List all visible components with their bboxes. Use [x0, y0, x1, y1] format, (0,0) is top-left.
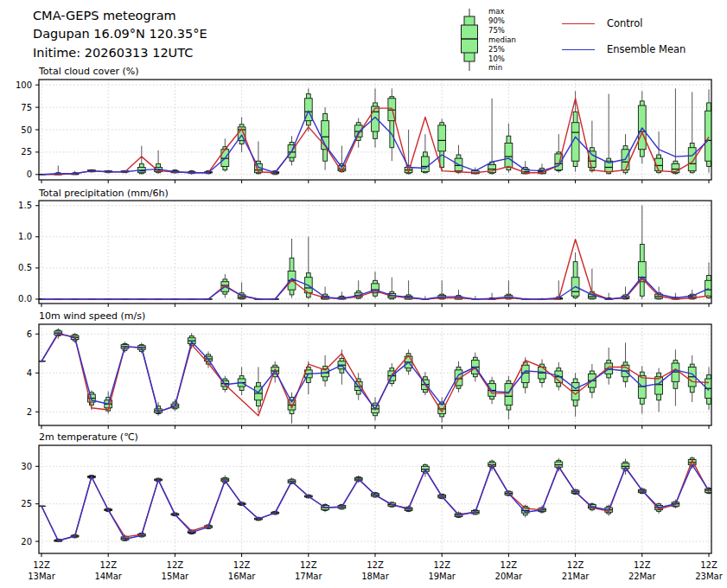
svg-text:4: 4 — [27, 368, 32, 378]
svg-text:2m temperature (℃): 2m temperature (℃) — [39, 431, 138, 443]
svg-text:12Z: 12Z — [501, 560, 518, 570]
svg-text:12Z: 12Z — [433, 560, 450, 570]
svg-text:20Mar: 20Mar — [495, 572, 523, 581]
svg-text:0.5: 0.5 — [18, 263, 32, 272]
ensemble-legend-entry: Ensemble Mean — [562, 43, 686, 55]
svg-text:12Z: 12Z — [167, 560, 184, 570]
svg-text:50: 50 — [21, 125, 32, 135]
svg-text:2: 2 — [27, 407, 32, 417]
svg-text:100: 100 — [16, 80, 32, 90]
svg-text:16Mar: 16Mar — [228, 572, 256, 581]
svg-text:6: 6 — [27, 329, 32, 339]
legend-p75-label: 75% — [488, 26, 516, 35]
svg-text:25: 25 — [21, 147, 32, 157]
svg-text:30: 30 — [21, 462, 32, 471]
legend-p90-label: 90% — [488, 16, 516, 26]
svg-text:20: 20 — [21, 537, 32, 546]
svg-text:12Z: 12Z — [33, 560, 50, 570]
svg-text:17Mar: 17Mar — [295, 572, 322, 581]
svg-text:19Mar: 19Mar — [428, 572, 456, 581]
svg-text:12Z: 12Z — [300, 560, 317, 570]
svg-text:0.0: 0.0 — [18, 294, 32, 304]
wind-speed-panel: 24610m wind speed (m/s) — [0, 306, 727, 432]
svg-text:12Z: 12Z — [99, 560, 117, 570]
init-time: Initime: 20260313 12UTC — [33, 44, 207, 62]
svg-text:Total cloud cover (%): Total cloud cover (%) — [38, 66, 139, 77]
temperature-panel: 2025302m temperature (℃)12Z13Mar12Z14Mar… — [0, 429, 727, 588]
figure-title: CMA-GEPS meteogram — [33, 7, 207, 25]
svg-text:15Mar: 15Mar — [162, 572, 189, 581]
svg-text:12Z: 12Z — [367, 560, 384, 570]
svg-text:1.0: 1.0 — [18, 232, 32, 241]
svg-text:18Mar: 18Mar — [361, 572, 389, 581]
ensemble-line-icon — [562, 49, 595, 50]
svg-text:21Mar: 21Mar — [562, 572, 590, 581]
svg-text:25: 25 — [21, 499, 32, 508]
legend-median-label: median — [488, 35, 516, 45]
line-legend: Control Ensemble Mean — [562, 17, 686, 69]
precipitation-panel: 0.00.51.01.5Total precipitation (mm/6h) — [0, 189, 727, 314]
svg-text:Total precipitation (mm/6h): Total precipitation (mm/6h) — [38, 189, 169, 199]
figure-header: CMA-GEPS meteogram Dagupan 16.09°N 120.3… — [33, 7, 207, 62]
svg-text:12Z: 12Z — [233, 560, 251, 570]
svg-text:12Z: 12Z — [567, 560, 584, 570]
svg-text:23Mar: 23Mar — [695, 572, 723, 581]
svg-text:12Z: 12Z — [700, 560, 717, 570]
svg-text:22Mar: 22Mar — [628, 572, 656, 581]
svg-text:14Mar: 14Mar — [94, 572, 122, 581]
control-line-icon — [562, 23, 595, 24]
svg-text:75: 75 — [21, 103, 32, 112]
ensemble-legend-label: Ensemble Mean — [607, 43, 686, 55]
cloud-cover-panel: 0255075100Total cloud cover (%) — [0, 62, 727, 194]
station-coords: Dagupan 16.09°N 120.35°E — [33, 25, 207, 43]
legend-p25-label: 25% — [488, 45, 516, 54]
svg-text:13Mar: 13Mar — [28, 572, 55, 581]
legend-max-label: max — [488, 7, 516, 16]
svg-text:1.5: 1.5 — [18, 201, 32, 210]
svg-text:10m wind speed (m/s): 10m wind speed (m/s) — [39, 310, 145, 322]
svg-text:12Z: 12Z — [634, 560, 651, 570]
control-legend-label: Control — [607, 17, 643, 29]
control-legend-entry: Control — [562, 17, 686, 29]
svg-text:0: 0 — [27, 169, 32, 179]
